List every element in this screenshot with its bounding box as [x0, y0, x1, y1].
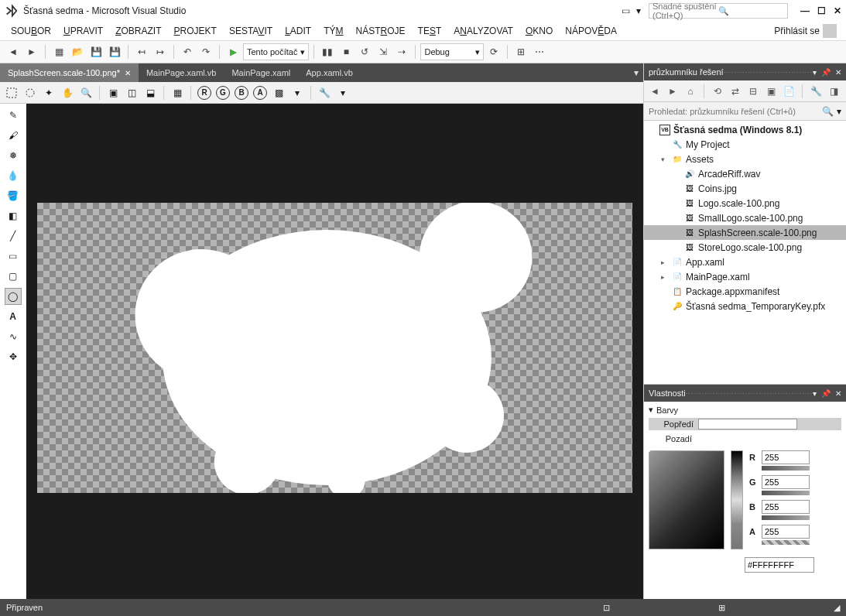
tree-item[interactable]: 🖼Logo.scale-100.png — [644, 196, 846, 210]
tree-item[interactable]: 🖼Coins.jpg — [644, 181, 846, 196]
select-lasso-icon[interactable] — [22, 84, 39, 101]
solution-explorer-header[interactable]: průzkumníku řešení ∙∙∙∙∙∙∙∙∙∙∙∙∙∙∙∙∙∙∙∙∙… — [644, 63, 846, 80]
text-tool[interactable]: A — [5, 308, 22, 325]
pencil-tool[interactable]: ✎ — [5, 107, 22, 124]
avatar-icon[interactable] — [823, 24, 837, 38]
menu-sestavit[interactable]: SESTAVIT — [223, 24, 279, 38]
step-button[interactable]: ⇲ — [375, 43, 392, 60]
pin-icon[interactable]: 📌 — [821, 389, 831, 398]
actual-size-icon[interactable]: ▣ — [104, 84, 122, 101]
step-over-button[interactable]: ⇢ — [393, 43, 410, 60]
properties-header[interactable]: Vlastnosti ∙∙∙∙∙∙∙∙∙∙∙∙∙∙∙∙∙∙∙∙∙∙∙∙∙∙∙∙∙… — [644, 385, 846, 402]
image-canvas[interactable] — [26, 104, 643, 599]
category-colors[interactable]: ▾ Barvy — [649, 405, 841, 415]
channel-a-button[interactable]: A — [252, 84, 269, 101]
eyedropper-tool[interactable]: 💧 — [5, 167, 22, 184]
undo-button[interactable]: ↶ — [179, 43, 196, 60]
stop-button[interactable]: ■ — [337, 43, 354, 60]
close-panel-icon[interactable]: ✕ — [835, 389, 841, 398]
brush-tool[interactable]: 🖌 — [5, 127, 22, 144]
tab-mainpage-xaml-vb[interactable]: MainPage.xaml.vb — [139, 63, 224, 82]
magic-wand-icon[interactable]: ✦ — [40, 84, 57, 101]
tab-app-xaml-vb[interactable]: App.xaml.vb — [298, 63, 361, 82]
home-icon[interactable]: ⌂ — [683, 84, 698, 99]
spray-tool[interactable]: ❅ — [5, 147, 22, 164]
channel-r-button[interactable]: R — [196, 84, 213, 101]
back-icon[interactable]: ◄ — [647, 84, 663, 99]
foreground-swatch[interactable] — [698, 419, 797, 429]
quick-launch[interactable]: Snadné spuštění (Ctrl+Q) 🔍 — [649, 3, 788, 19]
fit-icon[interactable]: ◫ — [123, 84, 140, 101]
menu-analyzovat[interactable]: ANALYZOVAT — [447, 24, 519, 38]
solution-tree[interactable]: VB Šťasná sedma (Windows 8.1) 🔧My Projec… — [644, 121, 846, 384]
r-input[interactable] — [762, 450, 810, 464]
hue-slider[interactable] — [731, 450, 743, 549]
grid-icon[interactable]: ▦ — [169, 84, 186, 101]
rectangle-tool[interactable]: ▭ — [5, 248, 22, 265]
zoom-icon[interactable]: 🔍 — [77, 84, 94, 101]
minimize-button[interactable]: — — [800, 5, 810, 16]
close-button[interactable]: ✕ — [834, 5, 841, 16]
tree-item[interactable]: 🖼StoreLogo.scale-100.png — [644, 240, 846, 255]
sign-in-link[interactable]: Přihlásit se — [774, 26, 820, 36]
eraser-tool[interactable]: ◧ — [5, 207, 22, 224]
maximize-button[interactable]: ☐ — [817, 5, 826, 16]
menu-projekt[interactable]: PROJEKT — [168, 24, 223, 38]
fill-tool[interactable]: 🪣 — [5, 187, 22, 204]
tree-item[interactable]: 📋Package.appxmanifest — [644, 284, 846, 299]
pause-button[interactable]: ▮▮ — [319, 43, 336, 60]
config-dropdown[interactable]: Debug▾ — [420, 43, 484, 60]
redo-button[interactable]: ↷ — [197, 43, 214, 60]
line-tool[interactable]: ╱ — [5, 228, 22, 245]
more-icon[interactable]: ▾ — [334, 84, 351, 101]
nav-back-button[interactable]: ◄ — [5, 43, 22, 60]
curve-tool[interactable]: ∿ — [5, 328, 22, 345]
sync-icon[interactable]: ⟲ — [710, 84, 725, 99]
menu-nápověda[interactable]: NÁPOVĚDA — [559, 24, 623, 38]
resize-grip-icon[interactable]: ◢ — [834, 603, 840, 613]
solution-search-input[interactable] — [649, 107, 822, 116]
solution-explorer-search[interactable]: 🔍 ▾ — [644, 102, 846, 121]
menu-soubor[interactable]: SOUBOR — [5, 24, 57, 38]
tree-item[interactable]: 🔧My Project — [644, 137, 846, 152]
foreground-row[interactable]: Popředí — [649, 418, 841, 430]
fwd-icon[interactable]: ► — [665, 84, 680, 99]
menu-test[interactable]: TEST — [412, 24, 448, 38]
tree-item[interactable]: 🖼SmallLogo.scale-100.png — [644, 210, 846, 225]
select-rect-icon[interactable] — [3, 84, 20, 101]
background-row[interactable]: Pozadí — [649, 433, 841, 444]
new-project-button[interactable]: ▦ — [50, 43, 67, 60]
close-panel-icon[interactable]: ✕ — [835, 68, 841, 77]
overflow-button[interactable]: ⋯ — [531, 43, 548, 60]
run-target-dropdown[interactable]: Tento počítač▾ — [243, 43, 309, 60]
menu-upravit[interactable]: UPRAVIT — [57, 24, 109, 38]
save-button[interactable]: 💾 — [87, 43, 104, 60]
tree-root[interactable]: VB Šťasná sedma (Windows 8.1) — [644, 122, 846, 137]
a-input[interactable] — [762, 525, 810, 539]
tree-item[interactable]: ▸📄MainPage.xaml — [644, 269, 846, 284]
properties-icon[interactable]: 📄 — [781, 84, 796, 99]
tree-item[interactable]: ▾📁Assets — [644, 152, 846, 166]
checker-icon[interactable]: ▩ — [270, 84, 287, 101]
indent-left-button[interactable]: ↤ — [133, 43, 150, 60]
hex-input[interactable] — [745, 557, 814, 573]
menu-ladit[interactable]: LADIT — [279, 24, 317, 38]
tab-splashscreen-scale-100-png-[interactable]: SplashScreen.scale-100.png*✕ — [0, 63, 139, 82]
search-dropdown-icon[interactable]: ▾ — [837, 106, 841, 117]
view-icon[interactable]: ◨ — [826, 84, 841, 99]
dropdown-icon[interactable]: ▾ — [813, 389, 817, 398]
dropdown-icon[interactable]: ▾ — [813, 68, 817, 77]
overflow-icon[interactable]: ▾ — [289, 84, 306, 101]
menu-zobrazit[interactable]: ZOBRAZIT — [109, 24, 167, 38]
channel-b-button[interactable]: B — [233, 84, 250, 101]
fit-width-icon[interactable]: ⬓ — [142, 84, 159, 101]
menu-tým[interactable]: TÝM — [317, 24, 349, 38]
show-all-icon[interactable]: ▣ — [763, 84, 779, 99]
wrench-icon[interactable]: 🔧 — [316, 84, 333, 101]
tree-item[interactable]: ▸📄App.xaml — [644, 255, 846, 269]
b-input[interactable] — [762, 500, 810, 514]
tab-mainpage-xaml[interactable]: MainPage.xaml — [224, 63, 298, 82]
channel-g-button[interactable]: G — [214, 84, 231, 101]
tree-item[interactable]: 🖼SplashScreen.scale-100.png — [644, 225, 846, 240]
save-all-button[interactable]: 💾 — [106, 43, 123, 60]
